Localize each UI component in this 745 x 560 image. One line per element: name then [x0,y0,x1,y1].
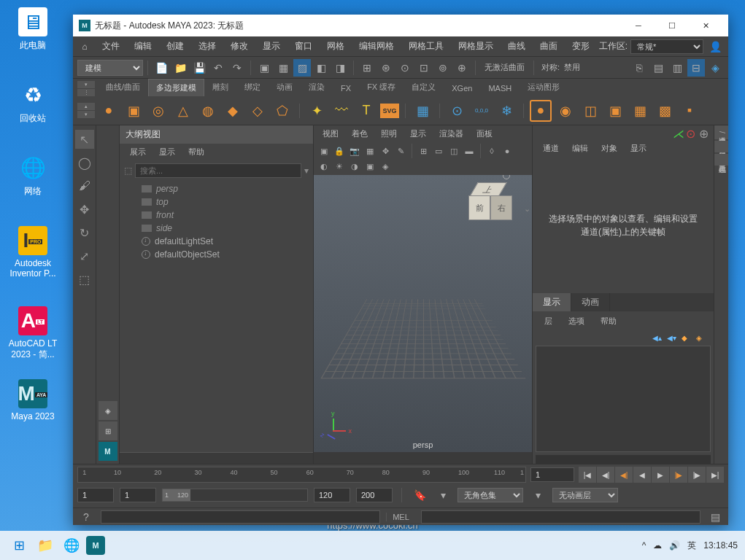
outline-tree[interactable]: persp top front side defaultLightSet def… [120,181,313,452]
script-editor-button[interactable]: ▤ [706,508,724,526]
set-key-button[interactable]: ▾ [434,486,452,504]
dock-tab-modeling[interactable]: 建模工具包 [714,154,728,166]
shelf-tab-fxcache[interactable]: FX 缓存 [359,78,404,96]
home-icon[interactable]: ⌂ [77,39,92,54]
cb-axis-icon[interactable]: ⋌ [673,127,683,137]
tree-item-objectset[interactable]: defaultObjectSet [120,248,313,261]
poly-type-icon[interactable]: T [355,100,377,122]
mirror-icon[interactable]: ▣ [604,100,626,122]
render-settings-button[interactable]: ⊟ [687,59,705,77]
snap-point-button[interactable]: ⊙ [396,59,414,77]
shelf-tab-rigging[interactable]: 绑定 [236,78,269,96]
menu-create[interactable]: 创建 [159,37,191,55]
shelf-tab-fx[interactable]: FX [333,80,359,96]
goto-start-button[interactable]: |◀ [579,467,596,483]
playback-end-input[interactable] [314,488,350,502]
tray-cloud-icon[interactable]: ☁ [653,540,662,551]
workspace-selector[interactable]: 常规* [630,39,703,54]
separate-icon[interactable]: ◉ [555,100,576,122]
shelf-up-button[interactable]: ▴ [77,103,95,110]
tree-item-front[interactable]: front [120,209,313,222]
vp-resolution-gate[interactable]: ◫ [447,144,461,158]
outliner-menu-display[interactable]: 展示 [124,145,152,159]
shelf-tab-xgen[interactable]: XGen [444,80,480,96]
shelf-tab-rendering[interactable]: 渲染 [301,78,333,96]
menu-windows[interactable]: 窗口 [287,37,320,55]
last-tool[interactable]: ⬚ [75,270,94,289]
maximize-button[interactable]: ☐ [655,15,689,36]
command-input[interactable] [101,510,380,524]
menu-select[interactable]: 选择 [191,37,223,55]
layer-move-up-icon[interactable]: ◀▴ [652,334,664,343]
login-icon[interactable]: 👤 [706,38,724,55]
desktop-icon-network[interactable]: 🌐 网络 [7,153,58,198]
viewcube-home-icon[interactable] [503,175,510,179]
viewcube-right[interactable]: 右 [490,195,512,220]
taskbar-explorer[interactable]: 📁 [34,534,57,557]
tree-item-side[interactable]: side [120,222,313,235]
menu-modify[interactable]: 修改 [223,37,255,55]
combine-icon[interactable]: ● [530,100,552,122]
poly-cylinder-icon[interactable]: ◎ [147,100,169,122]
quick-layout-button[interactable]: ◈ [99,401,117,420]
close-button[interactable]: ✕ [689,15,722,36]
redo-button[interactable]: ↷ [228,59,246,77]
rotate-tool[interactable]: ↻ [75,223,94,242]
paint-select-tool[interactable]: 🖌 [75,176,94,195]
search-input[interactable] [135,163,301,178]
select-tool[interactable]: ↖ [75,130,94,149]
vp-menu-lighting[interactable]: 照明 [375,127,403,141]
lasso-tool[interactable]: ◯ [75,153,94,172]
vp-shadows[interactable]: ◑ [347,159,362,174]
menu-edit[interactable]: 编辑 [127,37,159,55]
outliner-menu-help[interactable]: 帮助 [182,145,210,159]
superellipse-icon[interactable]: ✦ [306,100,328,122]
tray-volume-icon[interactable]: 🔊 [669,540,680,551]
anim-start-input[interactable] [77,488,114,502]
poly-cone-icon[interactable]: △ [172,100,194,122]
vp-image-plane[interactable]: ▦ [363,144,377,158]
viewcube[interactable]: 上 前 右 [466,182,510,226]
snap-curve-button[interactable]: ⊛ [377,59,395,77]
new-scene-button[interactable]: 📄 [153,59,170,77]
shelf-menu-button[interactable]: ▾ [77,81,95,88]
step-forward-button[interactable]: |▶ [670,467,687,483]
snap-live-button[interactable]: ⊚ [434,59,452,77]
desktop-icon-inventor[interactable]: IPRO Autodesk Inventor P... [7,226,58,279]
menu-display[interactable]: 显示 [255,37,287,55]
dock-tab-attribute[interactable]: 属性编辑器 [714,141,728,152]
shelf-tab-sculpt[interactable]: 雕刻 [204,78,236,96]
current-frame-input[interactable] [530,467,574,482]
filter-icon[interactable]: ⬚ [124,166,132,176]
poly-sphere-icon[interactable]: ● [98,100,120,122]
layer-scrollbar[interactable] [536,455,711,464]
vp-gate-mask[interactable]: ▬ [462,144,476,158]
vp-menu-show[interactable]: 显示 [404,127,432,141]
cb-menu-edit[interactable]: 编辑 [566,141,594,155]
menu-curves[interactable]: 曲线 [501,37,533,55]
reduce-icon[interactable]: ▪ [679,100,700,122]
render-button[interactable]: ▤ [649,59,667,77]
vp-select-camera[interactable]: ▣ [317,144,331,158]
spherical-harmonic-icon[interactable]: 〰 [331,100,352,122]
vp-isolate[interactable]: ▣ [363,159,377,174]
poly-disc-icon[interactable]: ◇ [247,100,269,122]
vp-grid[interactable]: ⊞ [416,144,431,158]
menu-file[interactable]: 文件 [95,37,127,55]
tree-item-persp[interactable]: persp [120,182,313,195]
move-tool[interactable]: ✥ [75,200,94,219]
dock-tab-channelbox[interactable]: 通道盒/层编辑器 [714,125,728,139]
vp-menu-view[interactable]: 视图 [317,127,344,141]
poly-cube-icon[interactable]: ▣ [123,100,144,122]
cb-menu-show[interactable]: 显示 [625,141,652,155]
ipr-button[interactable]: ▥ [668,59,686,77]
boolean-icon[interactable]: ◫ [579,100,601,122]
shelf-down-button[interactable]: ▾ [77,111,95,118]
script-language-label[interactable]: MEL [386,513,415,521]
range-thumb[interactable]: 1120 [163,489,190,501]
open-scene-button[interactable]: 📁 [171,59,189,77]
menu-meshdisplay[interactable]: 网格显示 [451,37,501,55]
layer-menu-layers[interactable]: 层 [537,314,560,328]
layer-list[interactable] [536,346,711,453]
time-slider[interactable]: 1 10 20 30 40 50 60 70 80 90 100 110 1 [77,467,526,483]
